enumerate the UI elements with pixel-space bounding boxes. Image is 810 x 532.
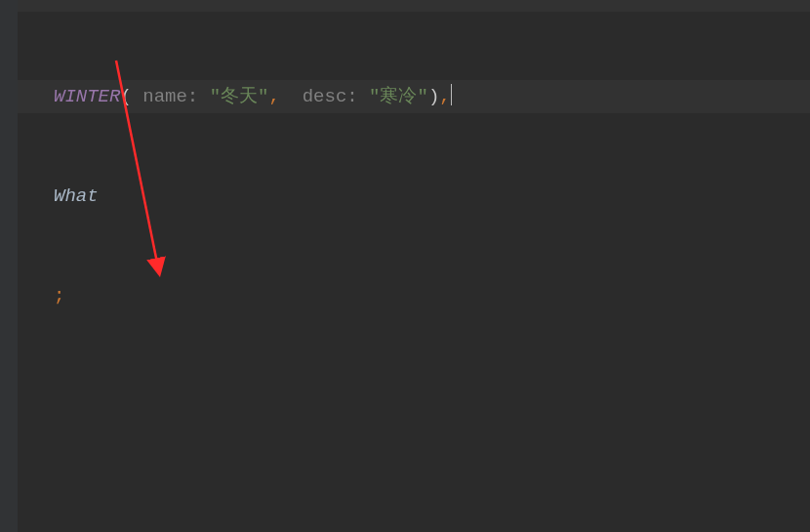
code-line-empty[interactable] xyxy=(18,478,810,512)
code-line-empty[interactable] xyxy=(18,379,810,412)
string-literal: "寒冷" xyxy=(369,86,428,107)
text-caret xyxy=(451,84,453,105)
gutter xyxy=(0,0,18,532)
code-line[interactable]: WINTER( name: "冬天", desc: "寒冷"), xyxy=(18,80,810,113)
code-line[interactable]: What xyxy=(18,180,810,213)
enum-constant: WINTER xyxy=(54,86,120,107)
code-area[interactable]: WINTER( name: "冬天", desc: "寒冷"), What ; … xyxy=(18,0,810,532)
code-editor[interactable]: WINTER( name: "冬天", desc: "寒冷"), What ; … xyxy=(0,0,810,532)
string-literal: "冬天" xyxy=(210,86,269,107)
code-line[interactable]: ; xyxy=(18,279,810,312)
